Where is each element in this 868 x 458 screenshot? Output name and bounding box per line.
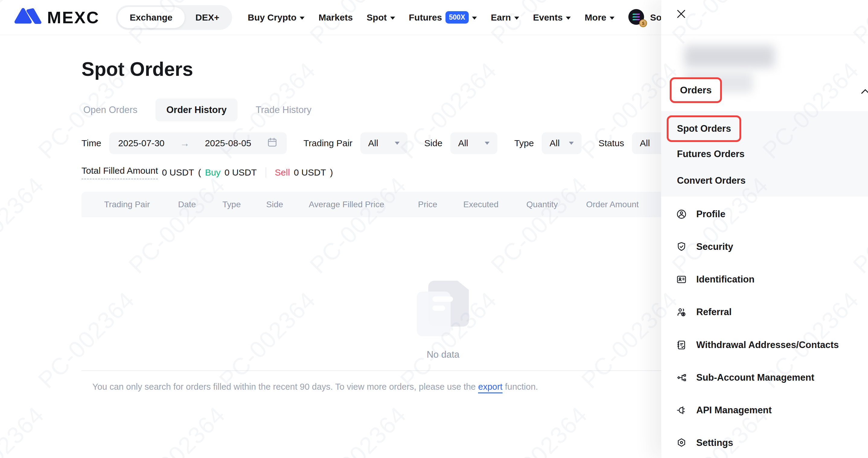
caret-down-icon [395,142,400,145]
filters-row: Time 2025-07-30 → 2025-08-05 Trading Pai… [82,132,697,154]
drawer-item-profile[interactable]: Profile [676,208,725,220]
open-paren: ( [198,167,201,178]
buy-label: Buy [205,167,221,178]
close-icon[interactable] [675,8,687,21]
page-title: Spot Orders [82,58,193,80]
col-average-filled-price: Average Filled Price [309,192,384,217]
chevron-up-icon[interactable] [859,85,868,98]
drawer-item-sub-account-management[interactable]: Sub-Account Management [676,372,814,383]
tab-open-orders[interactable]: Open Orders [82,98,139,121]
drawer-item-label: Profile [696,209,725,220]
drawer-item-label: Referral [696,307,732,317]
col-quantity: Quantity [526,192,558,217]
no-data-icon [417,281,470,337]
date-to-value[interactable]: 2025-08-05 [205,138,251,148]
sell-value: 0 USDT [294,167,326,178]
settings-gear-icon [676,437,687,449]
shield-check-icon [676,241,687,253]
mexc-logo[interactable]: MEXC [14,6,100,29]
drawer-item-identification[interactable]: Identification [676,274,754,285]
trading-pair-value: All [368,138,378,148]
buy-value: 0 USDT [224,167,257,178]
caret-down-icon [569,142,574,145]
drawer-item-label: API Management [696,405,772,416]
drawer-item-withdrawal-addresses[interactable]: Withdrawal Addresses/Contacts [676,339,839,351]
nav-item-label: Markets [318,12,352,23]
date-from-value[interactable]: 2025-07-30 [118,138,164,148]
referral-icon [676,306,687,318]
nav-item-label: Buy Crypto [248,12,297,23]
col-price: Price [418,192,437,217]
col-type: Type [222,192,241,217]
submenu-spot-orders-label: Spot Orders [677,123,731,134]
type-select[interactable]: All [542,132,582,154]
filled-amount-summary: Total Filled Amount 0 USDT ( Buy 0 USDT … [82,166,333,179]
toggle-dex[interactable]: DEX+ [185,12,230,23]
calendar-icon [267,137,278,150]
caret-down-icon [390,17,395,20]
drawer-item-security[interactable]: Security [676,241,733,253]
side-select[interactable]: All [450,132,497,154]
account-drawer: Orders Spot Orders Futures Orders Conver… [661,0,868,458]
nav-item-more[interactable]: More [585,12,615,23]
profile-icon [676,208,687,220]
nav-item-spot[interactable]: Spot [367,12,395,23]
solana-icon: $ [628,9,645,26]
drawer-item-referral[interactable]: Referral [676,306,732,318]
col-executed: Executed [463,192,499,217]
caret-down-icon [300,17,305,20]
drawer-item-api-management[interactable]: API Management [676,404,772,416]
divider [266,167,266,178]
export-link[interactable]: export [478,382,502,393]
arrow-right-icon: → [180,138,189,149]
order-tabs: Open Orders Order History Trade History [82,98,313,121]
nav-item-buy-crypto[interactable]: Buy Crypto [248,12,305,23]
trading-pair-select[interactable]: All [360,132,407,154]
drawer-item-label: Sub-Account Management [696,372,814,383]
nav-item-label: Spot [367,12,387,23]
nav-item-label: Earn [491,12,511,23]
drawer-item-label: Security [696,241,733,252]
time-label: Time [82,138,101,148]
tab-trade-history[interactable]: Trade History [254,98,313,121]
total-filled-amount-value: 0 USDT [162,167,194,178]
caret-down-icon [472,17,477,20]
nav-item-label: Events [533,12,563,23]
submenu-futures-orders[interactable]: Futures Orders [677,149,745,160]
trading-pair-label: Trading Pair [304,138,352,148]
status-label: Status [598,138,624,148]
col-trading-pair: Trading Pair [104,192,150,217]
coin-icon: $ [639,19,647,27]
api-plug-icon [676,404,687,416]
drawer-item-label: Withdrawal Addresses/Contacts [696,340,839,350]
sub-account-icon [676,372,687,383]
submenu-convert-orders[interactable]: Convert Orders [677,175,745,186]
drawer-item-settings[interactable]: Settings [676,437,733,449]
col-side: Side [266,192,283,217]
submenu-spot-orders-annotated[interactable]: Spot Orders [667,115,741,142]
divider [661,35,868,35]
nav-item-futures[interactable]: Futures 500X [409,11,477,24]
nav-menu: Buy Crypto Markets Spot Futures 500X Ear… [248,11,615,24]
date-range-picker[interactable]: 2025-07-30 → 2025-08-05 [109,132,287,154]
close-paren: ) [330,167,333,178]
orders-section-label: Orders [680,85,712,95]
mexc-logo-icon [14,6,42,29]
toggle-exchange[interactable]: Exchange [118,7,185,28]
blurred-user-info [684,45,775,68]
nav-item-markets[interactable]: Markets [318,12,352,23]
leverage-badge: 500X [445,11,469,24]
drawer-item-label: Settings [696,437,733,448]
nav-item-label: Futures [409,12,442,23]
sell-label: Sell [275,167,290,178]
tab-order-history[interactable]: Order History [155,98,238,121]
side-label: Side [424,138,442,148]
orders-section-annotated[interactable]: Orders [670,77,722,103]
exchange-dex-toggle: Exchange DEX+ [116,5,232,30]
status-value: All [640,138,650,148]
address-book-icon [676,339,687,351]
footer-text-after: function. [502,382,538,392]
nav-item-events[interactable]: Events [533,12,571,23]
nav-item-earn[interactable]: Earn [491,12,519,23]
type-value: All [550,138,560,148]
